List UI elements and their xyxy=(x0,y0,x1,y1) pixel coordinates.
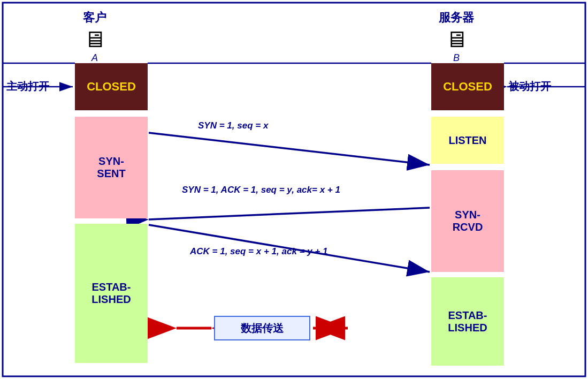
client-syn-sent-state: SYN- SENT xyxy=(75,117,148,218)
server-established-state: ESTAB- LISHED xyxy=(431,277,504,366)
client-id: A xyxy=(83,52,106,64)
data-transfer-box: 数据传送 xyxy=(214,316,310,340)
ack-arrow-label: ACK = 1, seq = x + 1, ack = y + 1 xyxy=(190,246,328,257)
client-established-state: ESTAB- LISHED xyxy=(75,224,148,363)
client-computer-icon: 🖥 xyxy=(83,27,106,52)
syn-ack-arrow-label: SYN = 1, ACK = 1, seq = y, ack= x + 1 xyxy=(182,185,340,195)
server-closed-state: CLOSED xyxy=(431,63,504,110)
server-listen-state: LISTEN xyxy=(431,117,504,164)
svg-line-14 xyxy=(149,133,430,165)
svg-line-15 xyxy=(149,208,430,219)
client-computer: 客户 🖥 A xyxy=(83,10,106,64)
client-closed-state: CLOSED xyxy=(75,63,148,110)
server-syn-rcvd-state: SYN- RCVD xyxy=(431,170,504,272)
tcp-handshake-diagram: 客户 🖥 A 服务器 🖥 B CLOSED CLOSED SYN- SENT L… xyxy=(0,0,588,379)
passive-open-label: 被动打开 xyxy=(508,79,551,94)
client-label: 客户 xyxy=(83,10,106,26)
active-open-label: 主动打开 xyxy=(6,79,49,94)
server-label: 服务器 xyxy=(439,10,474,26)
server-id: B xyxy=(439,52,474,64)
server-computer: 服务器 🖥 B xyxy=(439,10,474,64)
server-computer-icon: 🖥 xyxy=(439,27,474,52)
syn-arrow-label: SYN = 1, seq = x xyxy=(198,120,268,131)
